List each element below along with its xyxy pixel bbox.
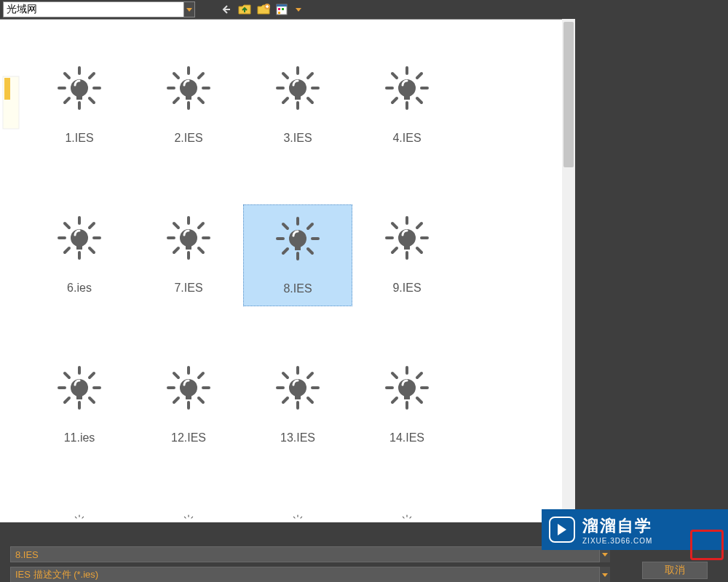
file-item-selected[interactable]: 8.IES (243, 204, 352, 306)
svg-line-44 (417, 98, 422, 103)
svg-line-46 (417, 73, 422, 78)
svg-rect-38 (295, 95, 301, 100)
svg-point-67 (180, 229, 197, 247)
svg-point-107 (180, 379, 197, 396)
filter-dropdown[interactable] (600, 567, 610, 582)
svg-line-134 (191, 517, 193, 518)
svg-rect-3 (277, 4, 287, 7)
file-item[interactable]: 7.IES (134, 204, 243, 306)
file-item[interactable]: 11.ies (25, 354, 134, 456)
svg-line-114 (308, 398, 312, 402)
file-item[interactable]: 14.IES (352, 354, 462, 456)
lightbulb-icon (165, 514, 212, 527)
folder-up-button[interactable] (237, 2, 252, 17)
svg-line-83 (392, 223, 397, 228)
svg-line-96 (90, 373, 94, 378)
svg-rect-58 (76, 245, 82, 250)
vertical-scrollbar[interactable] (562, 19, 575, 522)
svg-line-104 (199, 398, 203, 402)
file-item[interactable]: 1.IES (25, 55, 134, 156)
svg-line-137 (301, 517, 302, 518)
scrollbar-thumb[interactable] (563, 22, 574, 167)
svg-line-124 (417, 398, 422, 402)
view-mode-button[interactable] (275, 2, 290, 17)
svg-point-27 (180, 79, 197, 97)
svg-line-25 (174, 98, 178, 103)
svg-rect-6 (278, 12, 280, 14)
svg-point-77 (289, 230, 306, 247)
svg-line-140 (410, 517, 411, 518)
file-item[interactable]: 2.IES (134, 55, 243, 156)
file-item[interactable]: 9.IES (352, 204, 462, 306)
svg-point-37 (289, 79, 306, 97)
svg-line-16 (90, 73, 94, 78)
path-dropdown-button[interactable] (183, 1, 195, 17)
path-input[interactable] (3, 1, 183, 17)
lightbulb-icon (384, 215, 430, 261)
lightbulb-icon (165, 215, 212, 261)
svg-rect-28 (186, 95, 191, 100)
svg-line-45 (392, 98, 397, 103)
file-label: 9.IES (392, 282, 421, 295)
file-label: 11.ies (64, 431, 95, 445)
svg-rect-68 (186, 245, 191, 250)
filetype-filter[interactable] (10, 567, 600, 582)
svg-rect-48 (404, 95, 410, 100)
svg-rect-88 (404, 245, 410, 250)
svg-line-115 (283, 398, 288, 402)
svg-line-139 (403, 517, 404, 518)
svg-rect-5 (282, 8, 284, 10)
lightbulb-icon (384, 364, 430, 411)
file-item[interactable]: 13.IES (243, 354, 352, 456)
svg-line-73 (283, 224, 288, 228)
file-label: 4.IES (392, 132, 421, 145)
svg-line-113 (283, 373, 288, 378)
file-label: 13.IES (280, 431, 315, 445)
view-mode-dropdown[interactable] (294, 2, 303, 17)
watermark-subtitle: ZIXUE.3D66.COM (582, 537, 652, 545)
file-label: 3.IES (283, 132, 312, 145)
svg-point-87 (398, 229, 416, 247)
file-item[interactable] (243, 504, 352, 527)
svg-line-24 (199, 98, 203, 103)
svg-line-65 (174, 248, 178, 252)
folder-new-icon (257, 4, 270, 15)
file-label: 2.IES (174, 132, 202, 145)
filename-input[interactable] (10, 546, 600, 562)
lightbulb-icon (274, 514, 321, 527)
grid-view-icon (276, 4, 289, 15)
svg-line-13 (65, 73, 69, 78)
file-item[interactable]: 3.IES (243, 55, 352, 156)
annotation-highlight-box (690, 530, 724, 560)
lightbulb-icon (384, 65, 430, 111)
svg-line-75 (283, 249, 288, 253)
svg-line-136 (293, 517, 295, 518)
svg-line-26 (199, 73, 203, 78)
toolbar (0, 0, 728, 19)
back-button[interactable] (218, 2, 233, 17)
file-item[interactable] (25, 504, 134, 527)
svg-line-86 (417, 223, 422, 228)
chevron-down-icon (602, 573, 608, 577)
lightbulb-icon (274, 215, 321, 262)
file-item[interactable]: 12.IES (134, 354, 243, 456)
chevron-down-icon (186, 8, 192, 12)
svg-point-17 (71, 79, 88, 97)
file-item[interactable] (134, 504, 243, 527)
watermark-title: 溜溜自学 (582, 515, 652, 537)
svg-line-43 (392, 73, 397, 78)
svg-line-133 (184, 517, 186, 518)
file-item[interactable]: 6.ies (25, 204, 134, 306)
svg-line-116 (308, 373, 312, 378)
lightbulb-icon (56, 215, 103, 261)
svg-line-56 (90, 223, 94, 228)
svg-line-53 (65, 223, 69, 228)
chevron-down-icon (296, 8, 301, 12)
lightbulb-icon (384, 514, 430, 527)
svg-line-34 (308, 98, 312, 103)
file-item[interactable] (352, 504, 462, 527)
svg-point-47 (398, 79, 416, 97)
file-item[interactable]: 4.IES (352, 55, 462, 156)
new-folder-button[interactable] (256, 2, 271, 17)
cancel-button[interactable]: 取消 (642, 562, 708, 579)
